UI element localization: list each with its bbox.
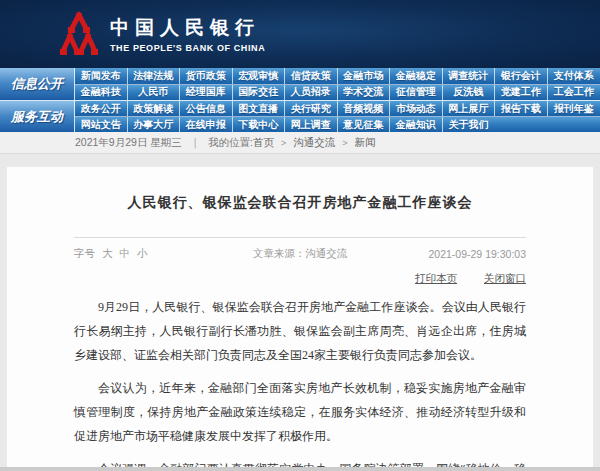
breadcrumb: 2021年9月29日 星期三 ｜ 我的位置: 首页>沟通交流>新闻 [0,132,600,154]
nav-item[interactable]: 网上调查 [285,117,338,132]
font-size-option[interactable]: 大 [102,247,113,261]
breadcrumb-item[interactable]: 沟通交流 [293,136,335,150]
article-panel: 人民银行、银保监会联合召开房地产金融工作座谈会 字号 大中小 文章来源：沟通交流… [7,167,593,471]
font-size-control: 字号 大中小 [74,247,148,261]
nav-item[interactable]: 银行会计 [495,68,548,84]
article-body: 9月29日，人民银行、银保监会联合召开房地产金融工作座谈会。会议由人民银行行长易… [74,295,526,471]
breadcrumb-separator: ｜ [190,136,200,150]
article-paragraph: 9月29日，人民银行、银保监会联合召开房地产金融工作座谈会。会议由人民银行行长易… [74,295,526,367]
nav-item[interactable]: 经理国库 [180,85,233,101]
article-datetime: 2021-09-29 19:30:03 [429,248,527,260]
nav-item[interactable]: 征信管理 [390,85,443,101]
nav-item[interactable]: 报刊年鉴 [548,101,600,116]
nav-item[interactable]: 党建工作 [495,85,548,101]
nav-item[interactable]: 人员招录 [285,85,338,101]
nav-item[interactable]: 关于我们 [443,117,496,132]
nav-item[interactable]: 图文直播 [233,101,286,116]
font-size-option[interactable]: 小 [137,247,148,261]
article-paragraph: 会议认为，近年来，金融部门全面落实房地产长效机制，稳妥实施房地产金融审慎管理制度… [74,376,526,448]
breadcrumb-date: 2021年9月29日 星期三 [75,136,182,150]
nav-item[interactable]: 报告下载 [495,101,548,116]
nav-item[interactable]: 调查统计 [443,68,496,84]
nav-item[interactable]: 工会工作 [548,85,600,101]
nav-item[interactable]: 新闻发布 [75,68,128,84]
print-page-link[interactable]: 打印本页 [415,272,457,284]
nav-item[interactable]: 金融市场 [338,68,391,84]
main-nav: 信息公开新闻发布法律法规货币政策宏观审慎信贷政策金融市场金融稳定调查统计银行会计… [0,68,600,132]
bank-name-block: 中国人民银行 THE PEOPLE'S BANK OF CHINA [110,15,265,53]
nav-item[interactable]: 办事大厅 [128,117,181,132]
nav-item[interactable]: 反洗钱 [443,85,496,101]
nav-item[interactable]: 政策解读 [128,101,181,116]
article-title: 人民银行、银保监会联合召开房地产金融工作座谈会 [74,167,526,212]
breadcrumb-location-label: 我的位置: [208,136,253,150]
nav-item[interactable]: 在线申报 [180,117,233,132]
breadcrumb-item[interactable]: 首页 [253,136,274,150]
font-size-label: 字号 [74,247,95,261]
nav-item[interactable]: 支付体系 [548,68,600,84]
content-area: 人民银行、银保监会联合召开房地产金融工作座谈会 字号 大中小 文章来源：沟通交流… [0,154,600,471]
nav-item[interactable]: 金融知识 [390,117,443,132]
nav-item[interactable]: 音频视频 [338,101,391,116]
top-action-row: 打印本页 关闭窗口 [74,272,526,286]
pboc-emblem-icon [58,11,100,57]
nav-item[interactable]: 公告信息 [180,101,233,116]
nav-section-label[interactable]: 信息公开 [0,68,75,100]
nav-item[interactable]: 学术交流 [338,85,391,101]
page-bottom-edge [0,467,600,471]
nav-group: 信息公开新闻发布法律法规货币政策宏观审慎信贷政策金融市场金融稳定调查统计银行会计… [0,68,600,100]
nav-item[interactable]: 信贷政策 [285,68,338,84]
breadcrumb-arrow-icon: > [342,138,347,148]
breadcrumb-arrow-icon: > [281,138,286,148]
nav-item[interactable]: 宏观审慎 [233,68,286,84]
nav-section-label[interactable]: 服务互动 [0,101,75,132]
nav-item[interactable]: 央行研究 [285,101,338,116]
nav-item[interactable]: 人民币 [128,85,181,101]
nav-item[interactable]: 金融科技 [75,85,128,101]
nav-item[interactable]: 政务公开 [75,101,128,116]
font-size-options: 大中小 [102,247,148,261]
bank-logo[interactable]: 中国人民银行 THE PEOPLE'S BANK OF CHINA [58,11,265,57]
nav-item[interactable]: 意见征集 [338,117,391,132]
nav-item[interactable]: 国际交往 [233,85,286,101]
nav-item[interactable]: 金融稳定 [390,68,443,84]
font-size-option[interactable]: 中 [120,247,131,261]
bank-name-cn: 中国人民银行 [110,15,265,41]
breadcrumb-item[interactable]: 新闻 [355,136,376,150]
close-window-link[interactable]: 关闭窗口 [484,272,526,284]
breadcrumb-trail: 首页>沟通交流>新闻 [253,136,376,150]
nav-item[interactable]: 法律法规 [128,68,181,84]
nav-item[interactable]: 网上展厅 [443,101,496,116]
article-meta-row: 字号 大中小 文章来源：沟通交流 2021-09-29 19:30:03 [74,237,526,261]
nav-group: 服务互动政务公开政策解读公告信息图文直播央行研究音频视频市场动态网上展厅报告下载… [0,100,600,132]
nav-item[interactable]: 网站文告 [75,117,128,132]
nav-item[interactable]: 下载中心 [233,117,286,132]
site-header: 中国人民银行 THE PEOPLE'S BANK OF CHINA [0,0,600,68]
bank-name-en: THE PEOPLE'S BANK OF CHINA [110,43,265,53]
nav-item[interactable]: 货币政策 [180,68,233,84]
nav-item[interactable]: 市场动态 [390,101,443,116]
